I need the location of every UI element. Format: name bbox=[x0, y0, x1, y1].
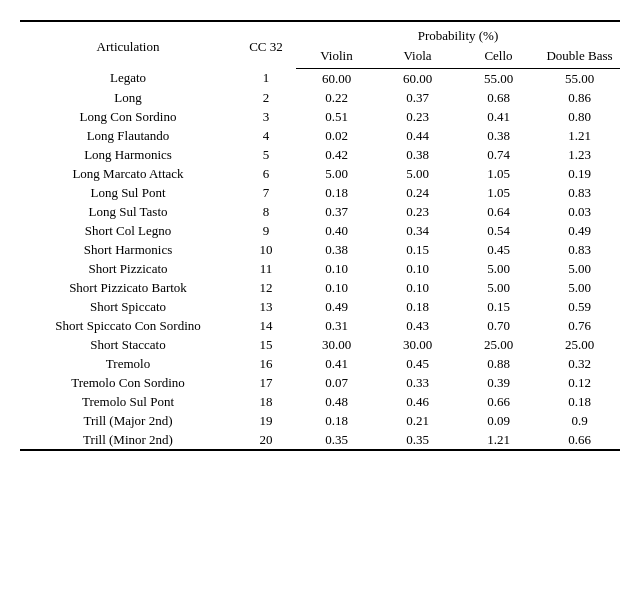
cell-cc: 8 bbox=[236, 202, 296, 221]
cell-doublebass: 0.66 bbox=[539, 430, 620, 450]
cello-header: Cello bbox=[458, 46, 539, 69]
cell-cc: 17 bbox=[236, 373, 296, 392]
cell-cello: 55.00 bbox=[458, 69, 539, 89]
table-row: Tremolo Con Sordino170.070.330.390.12 bbox=[20, 373, 620, 392]
cell-cello: 5.00 bbox=[458, 259, 539, 278]
table-row: Short Pizzicato110.100.105.005.00 bbox=[20, 259, 620, 278]
cell-viola: 0.10 bbox=[377, 259, 458, 278]
table-row: Long Marcato Attack65.005.001.050.19 bbox=[20, 164, 620, 183]
cell-viola: 0.24 bbox=[377, 183, 458, 202]
cell-cello: 0.68 bbox=[458, 88, 539, 107]
cell-violin: 30.00 bbox=[296, 335, 377, 354]
cell-viola: 0.21 bbox=[377, 411, 458, 430]
cell-cc: 13 bbox=[236, 297, 296, 316]
cell-violin: 0.07 bbox=[296, 373, 377, 392]
cell-doublebass: 0.76 bbox=[539, 316, 620, 335]
table-row: Long Con Sordino30.510.230.410.80 bbox=[20, 107, 620, 126]
cell-doublebass: 0.80 bbox=[539, 107, 620, 126]
cell-articulation: Short Staccato bbox=[20, 335, 236, 354]
table-row: Long20.220.370.680.86 bbox=[20, 88, 620, 107]
cell-doublebass: 0.12 bbox=[539, 373, 620, 392]
cell-cello: 0.74 bbox=[458, 145, 539, 164]
cell-viola: 0.35 bbox=[377, 430, 458, 450]
cell-articulation: Tremolo Sul Pont bbox=[20, 392, 236, 411]
cell-articulation: Long Sul Pont bbox=[20, 183, 236, 202]
cell-viola: 0.23 bbox=[377, 107, 458, 126]
cell-viola: 0.10 bbox=[377, 278, 458, 297]
cell-articulation: Tremolo Con Sordino bbox=[20, 373, 236, 392]
violin-header: Violin bbox=[296, 46, 377, 69]
probability-header: Probability (%) bbox=[296, 21, 620, 46]
table-row: Short Pizzicato Bartok120.100.105.005.00 bbox=[20, 278, 620, 297]
cell-cc: 10 bbox=[236, 240, 296, 259]
cell-doublebass: 55.00 bbox=[539, 69, 620, 89]
cell-violin: 0.42 bbox=[296, 145, 377, 164]
cell-articulation: Short Col Legno bbox=[20, 221, 236, 240]
cell-articulation: Long Con Sordino bbox=[20, 107, 236, 126]
articulation-header: Articulation bbox=[20, 21, 236, 69]
cell-viola: 0.23 bbox=[377, 202, 458, 221]
cell-cello: 0.70 bbox=[458, 316, 539, 335]
cell-cello: 0.39 bbox=[458, 373, 539, 392]
cell-cello: 0.88 bbox=[458, 354, 539, 373]
cell-cc: 4 bbox=[236, 126, 296, 145]
table-row: Legato160.0060.0055.0055.00 bbox=[20, 69, 620, 89]
cell-violin: 0.48 bbox=[296, 392, 377, 411]
cell-doublebass: 0.49 bbox=[539, 221, 620, 240]
cell-doublebass: 0.19 bbox=[539, 164, 620, 183]
cell-cc: 1 bbox=[236, 69, 296, 89]
cell-doublebass: 5.00 bbox=[539, 278, 620, 297]
cell-cc: 20 bbox=[236, 430, 296, 450]
table-row: Tremolo Sul Pont180.480.460.660.18 bbox=[20, 392, 620, 411]
cell-violin: 0.18 bbox=[296, 411, 377, 430]
cell-viola: 0.34 bbox=[377, 221, 458, 240]
cell-cello: 1.21 bbox=[458, 430, 539, 450]
cell-cello: 1.05 bbox=[458, 183, 539, 202]
cell-articulation: Legato bbox=[20, 69, 236, 89]
cell-viola: 0.18 bbox=[377, 297, 458, 316]
table-row: Short Harmonics100.380.150.450.83 bbox=[20, 240, 620, 259]
cell-doublebass: 25.00 bbox=[539, 335, 620, 354]
table-row: Tremolo160.410.450.880.32 bbox=[20, 354, 620, 373]
cell-articulation: Short Spiccato bbox=[20, 297, 236, 316]
cell-cc: 7 bbox=[236, 183, 296, 202]
cell-cello: 5.00 bbox=[458, 278, 539, 297]
data-table: Articulation CC 32 Probability (%) Violi… bbox=[20, 20, 620, 451]
table-row: Short Staccato1530.0030.0025.0025.00 bbox=[20, 335, 620, 354]
cell-viola: 0.37 bbox=[377, 88, 458, 107]
cell-articulation: Short Pizzicato Bartok bbox=[20, 278, 236, 297]
cell-viola: 0.46 bbox=[377, 392, 458, 411]
cell-cc: 9 bbox=[236, 221, 296, 240]
cell-cc: 18 bbox=[236, 392, 296, 411]
cell-articulation: Short Pizzicato bbox=[20, 259, 236, 278]
cell-articulation: Long Harmonics bbox=[20, 145, 236, 164]
cell-violin: 0.18 bbox=[296, 183, 377, 202]
cell-cc: 5 bbox=[236, 145, 296, 164]
cell-articulation: Short Spiccato Con Sordino bbox=[20, 316, 236, 335]
cell-cc: 15 bbox=[236, 335, 296, 354]
cell-violin: 0.51 bbox=[296, 107, 377, 126]
cell-viola: 0.38 bbox=[377, 145, 458, 164]
cell-violin: 0.40 bbox=[296, 221, 377, 240]
cell-violin: 0.10 bbox=[296, 259, 377, 278]
table-row: Trill (Major 2nd)190.180.210.090.9 bbox=[20, 411, 620, 430]
table-row: Short Spiccato130.490.180.150.59 bbox=[20, 297, 620, 316]
cell-articulation: Trill (Major 2nd) bbox=[20, 411, 236, 430]
cell-viola: 0.45 bbox=[377, 354, 458, 373]
cell-doublebass: 1.23 bbox=[539, 145, 620, 164]
cell-articulation: Tremolo bbox=[20, 354, 236, 373]
cell-viola: 0.43 bbox=[377, 316, 458, 335]
cell-articulation: Long Sul Tasto bbox=[20, 202, 236, 221]
cell-viola: 0.44 bbox=[377, 126, 458, 145]
table-row: Long Harmonics50.420.380.741.23 bbox=[20, 145, 620, 164]
cell-violin: 5.00 bbox=[296, 164, 377, 183]
cell-cc: 2 bbox=[236, 88, 296, 107]
cc32-header: CC 32 bbox=[236, 21, 296, 69]
cell-cc: 11 bbox=[236, 259, 296, 278]
cell-cc: 19 bbox=[236, 411, 296, 430]
cell-cc: 14 bbox=[236, 316, 296, 335]
cell-doublebass: 0.03 bbox=[539, 202, 620, 221]
cell-doublebass: 0.59 bbox=[539, 297, 620, 316]
table-container: Articulation CC 32 Probability (%) Violi… bbox=[20, 20, 620, 451]
cell-cello: 0.54 bbox=[458, 221, 539, 240]
